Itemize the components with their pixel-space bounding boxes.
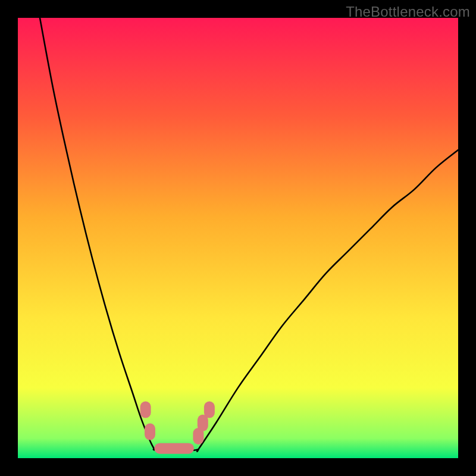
outer-frame: TheBottleneck.com <box>0 0 476 476</box>
marker-floor-bar <box>154 443 194 454</box>
marker-right-cluster-c <box>204 402 215 418</box>
gradient-background <box>18 18 458 458</box>
marker-left-cluster-top <box>140 402 151 418</box>
marker-left-cluster-bottom <box>145 424 155 440</box>
chart-area <box>18 18 458 458</box>
chart-svg <box>18 18 458 458</box>
